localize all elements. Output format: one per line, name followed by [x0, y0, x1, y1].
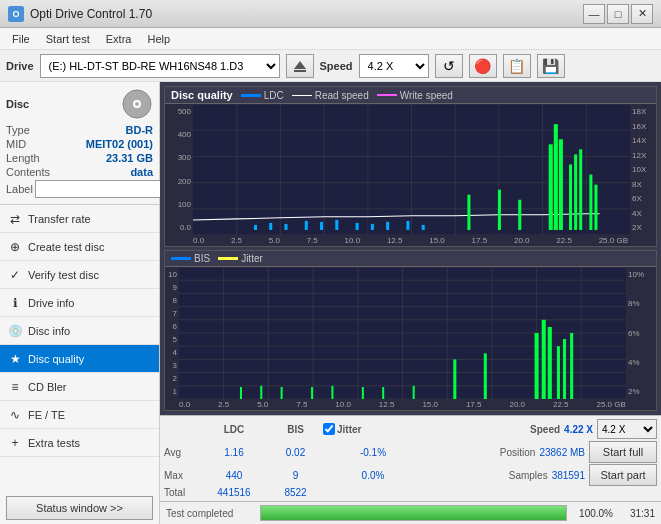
- bottom-chart-header: BIS Jitter: [165, 251, 656, 267]
- transfer-rate-label: Transfer rate: [28, 213, 91, 225]
- avg-jitter: -0.1%: [323, 447, 423, 458]
- disc-contents-value: data: [130, 166, 153, 178]
- speed-col-header: Speed: [530, 424, 560, 435]
- sidebar-item-transfer-rate[interactable]: ⇄ Transfer rate: [0, 205, 159, 233]
- status-text: Test completed: [166, 508, 256, 519]
- y-right-6x: 6X: [632, 194, 654, 203]
- total-ldc: 441516: [200, 487, 268, 498]
- max-row: Max 440 9 0.0% Samples 381591 Start part: [164, 464, 657, 486]
- bottom-chart-plot: [179, 267, 626, 399]
- x-0: 0.0: [193, 236, 204, 245]
- menubar: File Start test Extra Help: [0, 28, 661, 50]
- jitter-col-header: Jitter: [337, 424, 361, 435]
- svg-rect-77: [362, 387, 364, 399]
- menu-help[interactable]: Help: [139, 31, 178, 47]
- svg-rect-23: [284, 224, 287, 230]
- close-button[interactable]: ✕: [631, 4, 653, 24]
- svg-rect-76: [331, 386, 333, 399]
- sidebar-item-fe-te[interactable]: ∿ FE / TE: [0, 401, 159, 429]
- progress-bar-outer: [260, 505, 567, 521]
- bis-legend: BIS: [171, 253, 210, 264]
- refresh-button[interactable]: ↺: [435, 54, 463, 78]
- sidebar-item-extra-tests[interactable]: + Extra tests: [0, 429, 159, 457]
- svg-rect-74: [281, 387, 283, 399]
- disc-length-row: Length 23.31 GB: [6, 152, 153, 164]
- sidebar-item-verify-test-disc[interactable]: ✓ Verify test disc: [0, 261, 159, 289]
- maximize-button[interactable]: □: [607, 4, 629, 24]
- speed-select[interactable]: 4.2 X: [359, 54, 429, 78]
- bis-legend-label: BIS: [194, 253, 210, 264]
- fe-te-icon: ∿: [8, 408, 22, 422]
- cd-bler-icon: ≡: [8, 380, 22, 394]
- top-chart: Disc quality LDC Read speed Write speed: [164, 86, 657, 247]
- drive-select[interactable]: (E:) HL-DT-ST BD-RE WH16NS48 1.D3: [40, 54, 280, 78]
- menu-file[interactable]: File: [4, 31, 38, 47]
- read-speed-legend: Read speed: [292, 90, 369, 101]
- disc-info-icon: 💿: [8, 324, 22, 338]
- eject-button[interactable]: [286, 54, 314, 78]
- disc-type-value: BD-R: [126, 124, 154, 136]
- sidebar-item-disc-quality[interactable]: ★ Disc quality: [0, 345, 159, 373]
- write-speed-legend: Write speed: [377, 90, 453, 101]
- svg-rect-70: [453, 359, 456, 399]
- speed-selector[interactable]: 4.2 X: [597, 419, 657, 439]
- ldc-col-header: LDC: [200, 424, 268, 435]
- sidebar-item-disc-info[interactable]: 💿 Disc info: [0, 317, 159, 345]
- sidebar-item-cd-bler[interactable]: ≡ CD Bler: [0, 373, 159, 401]
- minimize-button[interactable]: —: [583, 4, 605, 24]
- disc-title: Disc: [6, 98, 29, 110]
- disc-quality-chart-title: Disc quality: [171, 89, 233, 101]
- burn-button[interactable]: 🔴: [469, 54, 497, 78]
- verify-test-icon: ✓: [8, 268, 22, 282]
- svg-rect-21: [254, 225, 257, 230]
- jitter-checkbox[interactable]: [323, 423, 335, 435]
- ldc-legend: LDC: [241, 90, 284, 101]
- top-chart-body: 500 400 300 200 100 0.0: [165, 104, 656, 235]
- svg-rect-26: [335, 220, 338, 230]
- copy-button[interactable]: 📋: [503, 54, 531, 78]
- bottom-chart-svg: [179, 267, 626, 399]
- sidebar-item-drive-info[interactable]: ℹ Drive info: [0, 289, 159, 317]
- x-100: 10.0: [345, 236, 361, 245]
- y-right-8x: 8X: [632, 180, 654, 189]
- elapsed-time: 31:31: [617, 508, 655, 519]
- menu-extra[interactable]: Extra: [98, 31, 140, 47]
- status-window-button[interactable]: Status window >>: [6, 496, 153, 520]
- svg-rect-42: [518, 200, 521, 230]
- y-label-200: 200: [178, 177, 191, 186]
- bottom-chart: BIS Jitter 10 9 8 7 6 5: [164, 250, 657, 411]
- disc-mid-label: MID: [6, 138, 26, 150]
- main-layout: Disc Type BD-R MID MEIT02 (001) Length 2…: [0, 82, 661, 524]
- speed-header-area: Speed 4.22 X 4.2 X: [530, 419, 657, 439]
- svg-rect-40: [467, 195, 470, 230]
- svg-rect-35: [569, 164, 572, 230]
- disc-label-label: Label: [6, 183, 33, 195]
- window-controls: — □ ✕: [583, 4, 653, 24]
- y-label-300: 300: [178, 153, 191, 162]
- disc-label-input[interactable]: [35, 180, 168, 198]
- svg-rect-27: [356, 223, 359, 230]
- create-test-icon: ⊕: [8, 240, 22, 254]
- disc-quality-icon: ★: [8, 352, 22, 366]
- x-150: 15.0: [429, 236, 445, 245]
- svg-rect-25: [320, 222, 323, 230]
- sidebar-item-create-test-disc[interactable]: ⊕ Create test disc: [0, 233, 159, 261]
- svg-rect-66: [548, 327, 552, 399]
- save-button[interactable]: 💾: [537, 54, 565, 78]
- svg-rect-75: [311, 387, 313, 399]
- y-right-4x: 4X: [632, 209, 654, 218]
- start-part-button[interactable]: Start part: [589, 464, 657, 486]
- y-right-18x: 18X: [632, 107, 654, 116]
- disc-contents-row: Contents data: [6, 166, 153, 178]
- start-full-button[interactable]: Start full: [589, 441, 657, 463]
- disc-mid-row: MID MEIT02 (001): [6, 138, 153, 150]
- menu-start-test[interactable]: Start test: [38, 31, 98, 47]
- y-label-400: 400: [178, 130, 191, 139]
- read-speed-label: Read speed: [315, 90, 369, 101]
- svg-rect-72: [240, 387, 242, 399]
- svg-rect-31: [422, 225, 425, 230]
- transfer-rate-icon: ⇄: [8, 212, 22, 226]
- svg-rect-69: [570, 333, 573, 399]
- disc-contents-label: Contents: [6, 166, 50, 178]
- x-200: 20.0: [514, 236, 530, 245]
